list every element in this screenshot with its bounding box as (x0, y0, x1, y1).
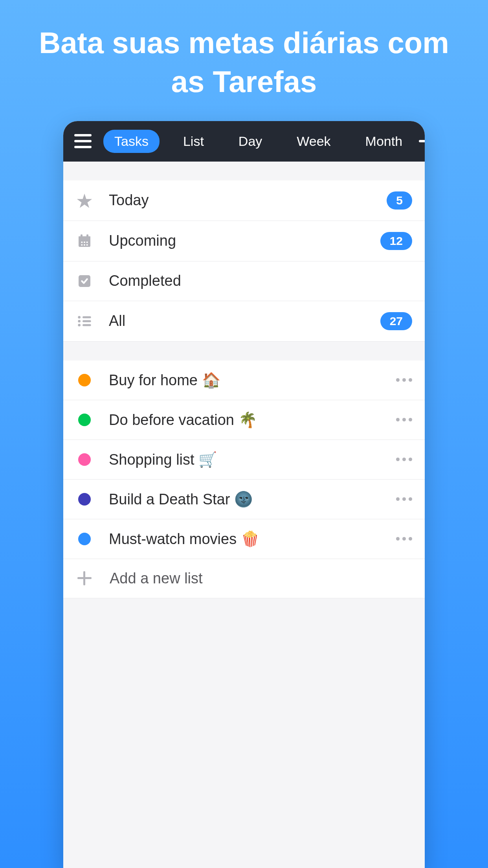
more-icon[interactable] (396, 418, 412, 421)
user-list-label: Do before vacation 🌴 (109, 411, 396, 428)
svg-point-4 (81, 241, 83, 243)
smart-list-upcoming[interactable]: Upcoming 12 (63, 221, 425, 261)
more-icon[interactable] (396, 537, 412, 541)
plus-icon (77, 570, 92, 586)
count-badge: 5 (387, 191, 412, 210)
svg-rect-16 (83, 324, 91, 326)
menu-icon[interactable] (74, 132, 92, 151)
star-icon (76, 192, 93, 209)
add-list-label: Add a new list (110, 570, 412, 587)
svg-rect-12 (83, 316, 91, 318)
svg-point-6 (86, 241, 88, 243)
view-tabs: Tasks List Day Week Month (103, 130, 413, 153)
smart-list-label: Today (109, 192, 387, 209)
svg-point-13 (78, 320, 81, 322)
tab-day[interactable]: Day (227, 130, 273, 153)
marketing-headline: Bata suas metas diárias com as Tarefas (0, 24, 488, 101)
user-lists-section: Buy for home 🏠 Do before vacation 🌴 Shop… (63, 360, 425, 598)
more-icon[interactable] (396, 458, 412, 461)
svg-point-8 (84, 244, 85, 246)
app-screen: Tasks List Day Week Month Today 5 (63, 121, 425, 868)
user-list-item[interactable]: Must-watch movies 🍿 (63, 519, 425, 559)
list-color-dot (78, 493, 91, 506)
smart-list-label: All (109, 313, 380, 329)
tab-month[interactable]: Month (354, 130, 414, 153)
tab-week[interactable]: Week (286, 130, 341, 153)
user-list-label: Build a Death Star 🌚 (109, 491, 396, 508)
smart-list-today[interactable]: Today 5 (63, 180, 425, 221)
tab-list[interactable]: List (172, 130, 215, 153)
svg-point-7 (81, 244, 83, 246)
section-gap (63, 342, 425, 360)
count-badge: 27 (380, 312, 412, 330)
list-color-dot (78, 453, 91, 466)
svg-point-5 (84, 241, 85, 243)
check-icon (76, 272, 93, 290)
smart-lists-section: Today 5 Upcoming 12 Completed (63, 180, 425, 342)
tab-tasks[interactable]: Tasks (103, 130, 160, 153)
svg-rect-3 (86, 234, 88, 237)
smart-list-all[interactable]: All 27 (63, 301, 425, 342)
add-new-list-row[interactable]: Add a new list (63, 559, 425, 598)
user-list-item[interactable]: Build a Death Star 🌚 (63, 480, 425, 519)
svg-rect-2 (81, 234, 83, 237)
list-color-dot (78, 533, 91, 545)
section-gap (63, 162, 425, 180)
svg-point-9 (86, 244, 88, 246)
smart-list-label: Completed (109, 272, 412, 289)
smart-list-completed[interactable]: Completed (63, 261, 425, 301)
list-color-dot (78, 414, 91, 426)
svg-rect-1 (79, 236, 90, 239)
svg-point-15 (78, 324, 81, 326)
count-badge: 12 (380, 232, 412, 250)
lists-container: Today 5 Upcoming 12 Completed (63, 162, 425, 598)
more-icon[interactable] (396, 378, 412, 382)
app-header: Tasks List Day Week Month (63, 121, 425, 162)
user-list-item[interactable]: Shopping list 🛒 (63, 440, 425, 480)
user-list-label: Shopping list 🛒 (109, 451, 396, 468)
list-color-dot (78, 374, 91, 386)
user-list-item[interactable]: Buy for home 🏠 (63, 360, 425, 400)
svg-rect-14 (83, 320, 91, 322)
user-list-item[interactable]: Do before vacation 🌴 (63, 400, 425, 440)
more-icon[interactable] (396, 497, 412, 501)
user-list-label: Must-watch movies 🍿 (109, 530, 396, 548)
user-list-label: Buy for home 🏠 (109, 371, 396, 389)
calendar-icon (76, 232, 93, 250)
list-icon (76, 313, 93, 330)
smart-list-label: Upcoming (109, 232, 380, 249)
svg-point-11 (78, 316, 81, 318)
